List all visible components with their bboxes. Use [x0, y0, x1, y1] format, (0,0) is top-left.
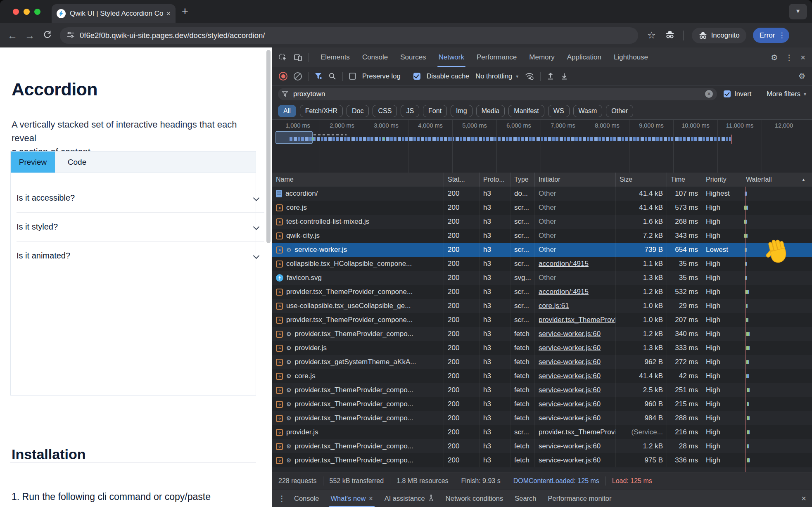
more-filters-button[interactable]: More filters ▾ [767, 90, 806, 98]
clear-network-log-button[interactable] [294, 72, 302, 81]
import-har-icon[interactable] [547, 72, 554, 80]
network-settings-gear-icon[interactable]: ⚙ [798, 71, 805, 81]
devtools-close-icon[interactable]: × [800, 53, 805, 62]
initiator-link[interactable]: accordion/:4915 [539, 260, 589, 268]
tab-code[interactable]: Code [55, 152, 99, 173]
column-header-initiator[interactable]: Initiator [535, 173, 616, 187]
network-request-row[interactable]: favicon.svg200h3svg...Other1.3 kB35 msHi… [272, 271, 812, 285]
tab-search-button[interactable]: ▾ [789, 4, 807, 19]
window-close-button[interactable] [13, 9, 19, 15]
filter-chip-all[interactable]: All [278, 105, 296, 117]
network-request-row[interactable]: ‹›⚙provider.tsx_ThemeProvider_compo...20… [272, 439, 812, 453]
network-request-row[interactable]: ‹›collapsible.tsx_HCollapsible_compone..… [272, 257, 812, 271]
column-header-waterfall[interactable]: Waterfall▲ [742, 173, 812, 187]
column-header-size[interactable]: Size [616, 173, 667, 187]
network-request-row[interactable]: ‹›⚙provider.tsx_ThemeProvider_compo...20… [272, 397, 812, 411]
new-tab-button[interactable]: + [182, 6, 188, 17]
filter-chip-fetch-xhr[interactable]: Fetch/XHR [300, 105, 343, 117]
filter-chip-css[interactable]: CSS [373, 105, 397, 117]
clear-filter-icon[interactable]: × [705, 90, 713, 98]
column-header-name[interactable]: Name [272, 173, 444, 187]
page-scrollbar[interactable] [266, 50, 271, 243]
drawer-tab-performance-monitor[interactable]: Performance monitor [542, 490, 617, 507]
initiator-link[interactable]: service-worker.js:60 [539, 400, 601, 408]
browser-tab[interactable]: Qwik UI | Styled Accordion Co × [52, 4, 176, 23]
filter-chip-font[interactable]: Font [423, 105, 447, 117]
column-header-type[interactable]: Type [510, 173, 535, 187]
filter-field[interactable]: × [278, 88, 717, 100]
initiator-link[interactable]: service-worker.js:60 [539, 372, 601, 380]
drawer-tab-what-s-new[interactable]: What's new× [325, 490, 379, 507]
filter-chip-media[interactable]: Media [476, 105, 505, 117]
filter-toggle-icon[interactable] [315, 73, 322, 80]
drawer-tab-network-conditions[interactable]: Network conditions [440, 490, 509, 507]
error-menu-kebab-icon[interactable]: ⋮ [778, 31, 785, 40]
network-request-row[interactable]: ‹›⚙provider.tsx_ThemeProvider_compo...20… [272, 411, 812, 425]
drawer-tab-console[interactable]: Console [288, 490, 325, 507]
devtools-tab-sources[interactable]: Sources [394, 47, 432, 67]
filter-chip-js[interactable]: JS [401, 105, 419, 117]
back-button[interactable]: ← [7, 30, 17, 41]
filter-input[interactable] [292, 90, 705, 99]
devtools-more-kebab-icon[interactable]: ⋮ [785, 53, 793, 62]
devtools-settings-gear-icon[interactable]: ⚙ [771, 53, 778, 62]
profile-incognito-icon[interactable] [665, 30, 675, 41]
filter-chip-wasm[interactable]: Wasm [573, 105, 603, 117]
devtools-tab-performance[interactable]: Performance [470, 47, 523, 67]
preserve-log-checkbox[interactable] [349, 73, 356, 80]
filter-chip-doc[interactable]: Doc [347, 105, 369, 117]
network-request-row[interactable]: ‹›test-controlled-list-mixed.js200h3scr.… [272, 215, 812, 229]
initiator-link[interactable]: accordion/:4915 [539, 288, 589, 296]
drawer-tab-search[interactable]: Search [509, 490, 542, 507]
network-request-row[interactable]: ‹›qwik-city.js200h3scr...Other7.2 kB343 … [272, 229, 812, 243]
initiator-link[interactable]: service-worker.js:60 [539, 330, 601, 338]
drawer-tab-close-icon[interactable]: × [369, 495, 373, 502]
drawer-tab-ai-assistance[interactable]: AI assistance [379, 490, 440, 507]
bookmark-star-icon[interactable]: ☆ [647, 30, 656, 41]
tab-preview[interactable]: Preview [11, 152, 55, 173]
url-bar[interactable]: 0f6e2f0b.qwik-ui-site.pages.dev/docs/sty… [60, 27, 638, 44]
initiator-link[interactable]: service-worker.js:60 [539, 442, 601, 450]
network-request-row[interactable]: ‹›core.js200h3scr...Other41.4 kB573 msHi… [272, 201, 812, 215]
window-minimize-button[interactable] [24, 9, 30, 15]
invert-checkbox[interactable] [724, 90, 731, 97]
network-request-row[interactable]: ‹›⚙service-worker.js200h3scr...Other739 … [272, 243, 812, 257]
accordion-item[interactable]: Is it animated? [17, 242, 264, 270]
column-header-time[interactable]: Time [667, 173, 702, 187]
drawer-kebab-icon[interactable]: ⋮ [278, 494, 286, 503]
accordion-item[interactable]: Is it accessible? [17, 184, 264, 213]
column-header-priority[interactable]: Priority [702, 173, 742, 187]
devtools-tab-network[interactable]: Network [432, 47, 470, 67]
initiator-link[interactable]: service-worker.js:60 [539, 386, 601, 394]
initiator-link[interactable]: service-worker.js:60 [539, 344, 601, 352]
drawer-close-icon[interactable]: × [801, 494, 806, 503]
accordion-item[interactable]: Is it styled? [17, 213, 264, 242]
export-har-icon[interactable] [560, 72, 568, 80]
inspect-element-icon[interactable] [279, 53, 287, 62]
network-request-row[interactable]: accordion/200h3do...Other41.4 kB107 msHi… [272, 187, 812, 201]
disable-cache-checkbox[interactable] [413, 73, 420, 80]
record-network-log-button[interactable] [279, 72, 287, 81]
devtools-tab-lighthouse[interactable]: Lighthouse [608, 47, 654, 67]
initiator-link[interactable]: service-worker.js:60 [539, 414, 601, 422]
network-request-row[interactable]: ‹›⚙core.js200h3fetchservice-worker.js:60… [272, 369, 812, 383]
filter-chip-manifest[interactable]: Manifest [508, 105, 544, 117]
network-request-row[interactable]: ‹›⚙provider.tsx_ThemeProvider_compo...20… [272, 383, 812, 397]
initiator-link[interactable]: provider.tsx_ThemeProvider_c [539, 316, 616, 324]
devtools-tab-elements[interactable]: Elements [314, 47, 356, 67]
error-button[interactable]: Error ⋮ [753, 28, 790, 43]
forward-button[interactable]: → [25, 30, 35, 41]
network-request-row[interactable]: ‹›⚙provider.js200h3fetchservice-worker.j… [272, 341, 812, 355]
column-header-proto[interactable]: Proto... [480, 173, 510, 187]
initiator-link[interactable]: service-worker.js:60 [539, 358, 601, 366]
network-request-row[interactable]: ‹›provider.js200h3scr...provider.tsx_The… [272, 425, 812, 439]
devtools-tab-memory[interactable]: Memory [523, 47, 560, 67]
network-overview-timeline[interactable]: 1,000 ms2,000 ms3,000 ms4,000 ms5,000 ms… [272, 120, 812, 173]
site-info-icon[interactable] [66, 31, 75, 40]
device-toolbar-icon[interactable] [294, 53, 302, 62]
network-search-icon[interactable] [328, 72, 336, 80]
network-request-row[interactable]: ‹›⚙provider.tsx_ThemeProvider_compo...20… [272, 453, 812, 467]
initiator-link[interactable]: service-worker.js:60 [539, 456, 601, 464]
network-request-row[interactable]: ‹›provider.tsx_ThemeProvider_compone...2… [272, 313, 812, 327]
network-request-row[interactable]: ‹›provider.tsx_ThemeProvider_compone...2… [272, 285, 812, 299]
